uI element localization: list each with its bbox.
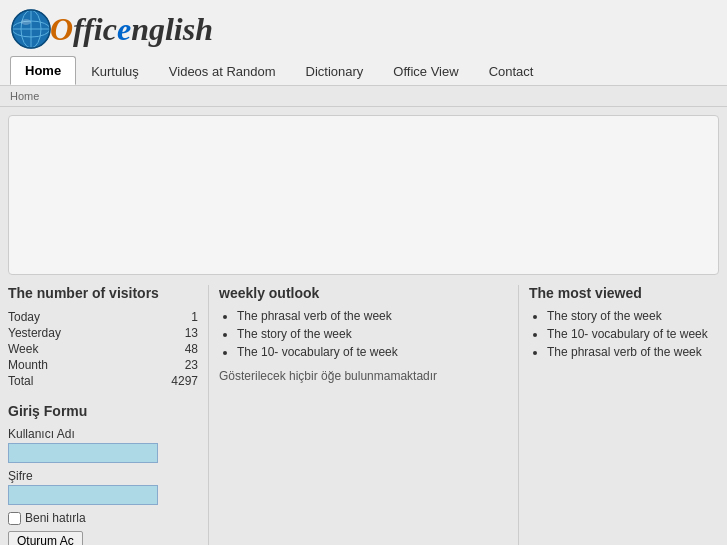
- visitor-stats-table: Today 1 Yesterday 13 Week 48 Mounth 23: [8, 309, 198, 389]
- main-nav: Home Kurtuluş Videos at Random Dictionar…: [10, 56, 717, 85]
- nav-contact[interactable]: Contact: [474, 57, 549, 85]
- nav-kurtulus[interactable]: Kurtuluş: [76, 57, 154, 85]
- list-item: The 10- vocabulary of te week: [547, 327, 719, 341]
- nav-home[interactable]: Home: [10, 56, 76, 85]
- weekly-outlook-list: The phrasal verb of the week The story o…: [219, 309, 508, 359]
- right-panel: The most viewed The story of the week Th…: [519, 285, 719, 545]
- stats-label-yesterday: Yesterday: [8, 325, 158, 341]
- most-viewed-list: The story of the week The 10- vocabulary…: [529, 309, 719, 359]
- remember-me-row: Beni hatırla: [8, 511, 198, 525]
- left-panel: The number of visitors Today 1 Yesterday…: [8, 285, 208, 545]
- stats-row-yesterday: Yesterday 13: [8, 325, 198, 341]
- remember-me-label: Beni hatırla: [25, 511, 86, 525]
- list-item: The phrasal verb of the week: [547, 345, 719, 359]
- header: Officenglish Home Kurtuluş Videos at Ran…: [0, 0, 727, 86]
- stats-label-week: Week: [8, 341, 158, 357]
- nav-office-view[interactable]: Office View: [378, 57, 473, 85]
- login-form-title: Giriş Formu: [8, 403, 198, 419]
- logo-text: Officenglish: [50, 11, 213, 48]
- stats-row-today: Today 1: [8, 309, 198, 325]
- username-input[interactable]: [8, 443, 158, 463]
- banner-area: [8, 115, 719, 275]
- stats-value-today: 1: [158, 309, 198, 325]
- login-button[interactable]: Oturum Aç: [8, 531, 83, 545]
- nav-videos[interactable]: Videos at Random: [154, 57, 291, 85]
- visitor-stats-title: The number of visitors: [8, 285, 198, 301]
- bottom-section: The number of visitors Today 1 Yesterday…: [8, 285, 719, 545]
- no-items-message: Gösterilecek hiçbir öğe bulunmamaktadır: [219, 369, 508, 383]
- logo-letter-o: O: [50, 11, 73, 47]
- username-label: Kullanıcı Adı: [8, 427, 198, 441]
- password-label: Şifre: [8, 469, 198, 483]
- stats-label-today: Today: [8, 309, 158, 325]
- breadcrumb: Home: [0, 86, 727, 107]
- logo-nglish: nglish: [131, 11, 213, 47]
- remember-me-checkbox[interactable]: [8, 512, 21, 525]
- weekly-outlook-title: weekly outlook: [219, 285, 508, 301]
- stats-value-total: 4297: [158, 373, 198, 389]
- logo-ffic: ffic: [73, 11, 117, 47]
- stats-row-total: Total 4297: [8, 373, 198, 389]
- stats-row-week: Week 48: [8, 341, 198, 357]
- list-item: The story of the week: [547, 309, 719, 323]
- nav-dictionary[interactable]: Dictionary: [291, 57, 379, 85]
- list-item: The 10- vocabulary of te week: [237, 345, 508, 359]
- logo-letter-e: e: [117, 11, 131, 47]
- stats-value-yesterday: 13: [158, 325, 198, 341]
- stats-label-total: Total: [8, 373, 158, 389]
- most-viewed-title: The most viewed: [529, 285, 719, 301]
- main-content: The number of visitors Today 1 Yesterday…: [0, 107, 727, 545]
- middle-panel: weekly outlook The phrasal verb of the w…: [208, 285, 519, 545]
- svg-point-6: [21, 19, 31, 25]
- list-item: The story of the week: [237, 327, 508, 341]
- stats-value-week: 48: [158, 341, 198, 357]
- logo-area: Officenglish: [10, 8, 717, 50]
- stats-row-month: Mounth 23: [8, 357, 198, 373]
- stats-value-month: 23: [158, 357, 198, 373]
- list-item: The phrasal verb of the week: [237, 309, 508, 323]
- stats-label-month: Mounth: [8, 357, 158, 373]
- globe-icon: [10, 8, 52, 50]
- password-input[interactable]: [8, 485, 158, 505]
